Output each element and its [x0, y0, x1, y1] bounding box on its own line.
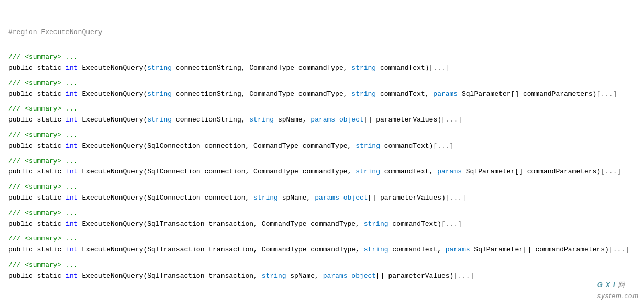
- signature-part: string: [147, 90, 172, 98]
- method-group-6: /// <summary> ...public static int Execu…: [8, 208, 636, 232]
- signature-part: string: [147, 116, 172, 124]
- signature-part: public static: [8, 220, 65, 228]
- signature-part: SqlParameter[] commandParameters): [462, 168, 601, 176]
- signature-part: spName,: [278, 194, 315, 202]
- signature-part: int: [65, 220, 77, 228]
- method-group-0: /// <summary> ...public static int Execu…: [8, 52, 636, 76]
- method-group-2: /// <summary> ...public static int Execu…: [8, 104, 636, 128]
- signature-part: params: [323, 272, 348, 280]
- signature-line-2: public static int ExecuteNonQuery(string…: [8, 115, 636, 126]
- signature-part: ...: [601, 90, 613, 98]
- summary-line-0: /// <summary> ...: [8, 52, 636, 63]
- method-group-5: /// <summary> ...public static int Execu…: [8, 182, 636, 206]
- signature-part: ExecuteNonQuery(SqlConnection connection…: [78, 142, 356, 150]
- signature-part: int: [65, 90, 77, 98]
- signature-part: public static: [8, 142, 65, 150]
- signature-line-8: public static int ExecuteNonQuery(SqlTra…: [8, 271, 636, 282]
- signature-line-4: public static int ExecuteNonQuery(SqlCon…: [8, 167, 636, 178]
- signature-part: ...: [458, 272, 470, 280]
- watermark: G X I 网system.com: [597, 280, 639, 302]
- signature-part: ExecuteNonQuery(: [78, 116, 148, 124]
- summary-line-3: /// <summary> ...: [8, 130, 636, 141]
- summary-line-2: /// <summary> ...: [8, 104, 636, 115]
- signature-part: ExecuteNonQuery(SqlConnection connection…: [78, 168, 356, 176]
- signature-part: params: [437, 168, 462, 176]
- signature-part: string: [356, 142, 380, 150]
- signature-part: string: [351, 90, 376, 98]
- signature-part: connectionString, CommandType commandTyp…: [172, 90, 351, 98]
- signature-part: string: [253, 194, 278, 202]
- signature-part: ExecuteNonQuery(: [78, 64, 148, 72]
- method-group-4: /// <summary> ...public static int Execu…: [8, 156, 636, 180]
- signature-part: public static: [8, 64, 65, 72]
- signature-part: public static: [8, 90, 65, 98]
- signature-part: spName,: [274, 116, 310, 124]
- signature-part: [339, 194, 343, 202]
- signature-part: public static: [8, 272, 65, 280]
- signature-line-3: public static int ExecuteNonQuery(SqlCon…: [8, 141, 636, 152]
- signature-part: int: [65, 194, 77, 202]
- signature-part: ...: [446, 220, 458, 228]
- signature-line-0: public static int ExecuteNonQuery(string…: [8, 63, 636, 74]
- signature-part: public static: [8, 168, 65, 176]
- method-group-1: /// <summary> ...public static int Execu…: [8, 78, 636, 102]
- signature-part: string: [147, 64, 172, 72]
- summary-line-7: /// <summary> ...: [8, 234, 636, 245]
- method-group-3: /// <summary> ...public static int Execu…: [8, 130, 636, 154]
- signature-part: string: [364, 220, 388, 228]
- signature-part: SqlParameter[] commandParameters): [458, 90, 596, 98]
- signature-part: spName,: [286, 272, 323, 280]
- signature-part: object: [351, 272, 376, 280]
- code-container-end: #endregion ExecuteNonQuery: [8, 286, 636, 307]
- signature-part: int: [65, 246, 77, 254]
- signature-part: ...: [613, 246, 625, 254]
- signature-line-7: public static int ExecuteNonQuery(SqlTra…: [8, 245, 636, 256]
- code-container: #region ExecuteNonQuery: [8, 5, 636, 52]
- method-group-8: /// <summary> ...public static int Execu…: [8, 260, 636, 284]
- signature-part: object: [343, 194, 368, 202]
- signature-part: ...: [437, 142, 449, 150]
- summary-line-1: /// <summary> ...: [8, 78, 636, 89]
- signature-part: public static: [8, 246, 65, 254]
- signature-part: int: [65, 142, 77, 150]
- signature-part: SqlParameter[] commandParameters): [470, 246, 609, 254]
- signature-part: ...: [450, 194, 462, 202]
- signature-line-6: public static int ExecuteNonQuery(SqlTra…: [8, 219, 636, 230]
- signature-part: string: [356, 168, 380, 176]
- signature-part: object: [339, 116, 364, 124]
- signature-part: connectionString,: [172, 116, 249, 124]
- summary-line-6: /// <summary> ...: [8, 208, 636, 219]
- signature-part: ExecuteNonQuery(SqlTransaction transacti…: [78, 246, 364, 254]
- signature-part: int: [65, 116, 77, 124]
- signature-line-1: public static int ExecuteNonQuery(string…: [8, 89, 636, 100]
- signature-part: [] parameterValues): [368, 194, 446, 202]
- signature-part: public static: [8, 194, 65, 202]
- signature-part: connectionString, CommandType commandTyp…: [172, 64, 351, 72]
- summary-line-5: /// <summary> ...: [8, 182, 636, 193]
- signature-part: string: [364, 246, 388, 254]
- methods-list: /// <summary> ...public static int Execu…: [8, 52, 636, 283]
- signature-part: ExecuteNonQuery(: [78, 90, 148, 98]
- signature-part: ...: [433, 64, 445, 72]
- signature-part: int: [65, 272, 77, 280]
- signature-part: ExecuteNonQuery(SqlTransaction transacti…: [78, 272, 262, 280]
- summary-line-4: /// <summary> ...: [8, 156, 636, 167]
- signature-part: string: [249, 116, 274, 124]
- signature-part: ...: [605, 168, 617, 176]
- summary-line-8: /// <summary> ...: [8, 260, 636, 271]
- signature-line-5: public static int ExecuteNonQuery(SqlCon…: [8, 193, 636, 204]
- method-group-7: /// <summary> ...public static int Execu…: [8, 234, 636, 258]
- signature-part: commandText): [388, 220, 441, 228]
- signature-part: string: [351, 64, 376, 72]
- signature-part: commandText,: [376, 90, 433, 98]
- signature-part: params: [315, 194, 339, 202]
- signature-part: commandText): [380, 142, 433, 150]
- signature-part: int: [65, 64, 77, 72]
- signature-part: public static: [8, 116, 65, 124]
- signature-part: params: [433, 90, 458, 98]
- signature-part: [] parameterValues): [364, 116, 441, 124]
- signature-part: int: [65, 168, 77, 176]
- signature-part: ExecuteNonQuery(SqlConnection connection…: [78, 194, 253, 202]
- signature-part: [] parameterValues): [376, 272, 453, 280]
- signature-part: ExecuteNonQuery(SqlTransaction transacti…: [78, 220, 364, 228]
